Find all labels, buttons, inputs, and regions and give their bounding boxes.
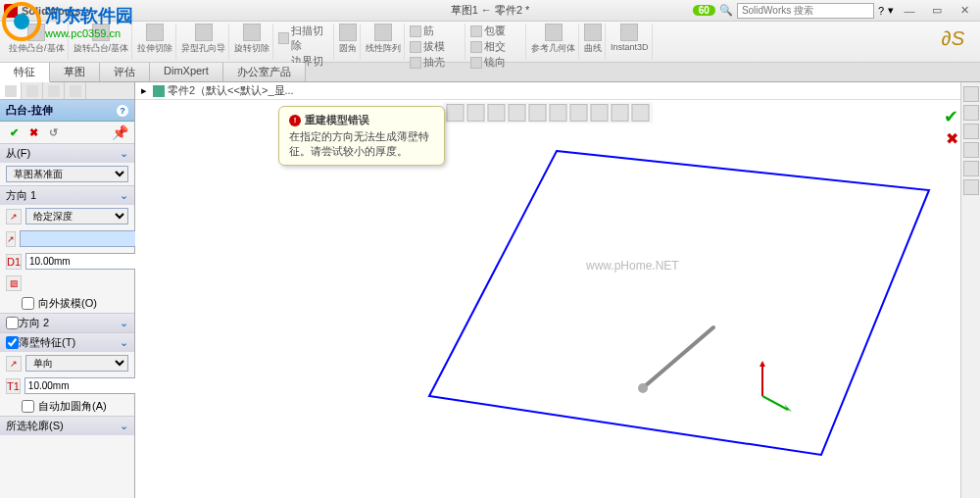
appearances-icon[interactable] bbox=[963, 161, 979, 176]
ribbon-intersect[interactable]: 相交 bbox=[470, 39, 506, 54]
section-dir1: 方向 1⌄ ↗给定深度 ↗ D1▲▼ ▨ 向外拔模(O) bbox=[0, 185, 134, 313]
part-icon bbox=[153, 85, 165, 97]
tab-evaluate[interactable]: 评估 bbox=[100, 63, 150, 81]
rev-cut-icon bbox=[243, 24, 261, 41]
mirror-icon bbox=[470, 57, 482, 69]
reverse-icon[interactable]: ↗ bbox=[6, 231, 16, 247]
search-input[interactable] bbox=[737, 3, 874, 19]
ribbon-draft[interactable]: 拔模 bbox=[410, 39, 445, 54]
restore-button[interactable]: ▭ bbox=[925, 4, 949, 18]
tab-features[interactable]: 特征 bbox=[0, 63, 50, 82]
ribbon-curves[interactable]: 曲线 bbox=[581, 24, 606, 60]
sketch-plane bbox=[410, 131, 939, 465]
ribbon-wrap[interactable]: 包覆 bbox=[470, 24, 506, 38]
panel-tab-2[interactable] bbox=[22, 82, 43, 99]
search-icon: 🔍 bbox=[719, 4, 733, 17]
close-button[interactable]: ✕ bbox=[953, 4, 976, 18]
ribbon-rib[interactable]: 筋 bbox=[410, 24, 434, 38]
ribbon-sweep-cut[interactable]: 扫描切除 bbox=[278, 24, 330, 53]
collapse-icon[interactable]: ⌄ bbox=[120, 317, 128, 329]
feature-title: 凸台-拉伸 bbox=[6, 103, 53, 118]
help-badge[interactable]: ? bbox=[117, 105, 128, 117]
ribbon-pattern[interactable]: 线性阵列 bbox=[363, 24, 405, 60]
property-panel: 凸台-拉伸 ? ✔ ✖ ↺ 📌 从(F)⌄ 草图基准面 方向 1⌄ ↗给定深度 … bbox=[0, 82, 135, 498]
panel-tab-3[interactable] bbox=[43, 82, 65, 99]
zoom-area-icon[interactable] bbox=[467, 104, 485, 122]
confirm-corner-ok[interactable]: ✔ bbox=[944, 106, 958, 127]
direction-icon[interactable]: ↗ bbox=[6, 209, 22, 224]
expand-tree-icon[interactable]: ▸ bbox=[141, 84, 147, 97]
breadcrumb-text[interactable]: 零件2（默认<<默认>_显... bbox=[168, 83, 294, 98]
ribbon-instant3d[interactable]: Instant3D bbox=[608, 24, 653, 60]
ribbon-sweep-group: 扫描切除 边界切除 bbox=[275, 24, 334, 60]
collapse-icon[interactable]: ⌄ bbox=[120, 189, 128, 202]
refgeom-icon bbox=[545, 24, 563, 41]
view-orient-icon[interactable] bbox=[529, 104, 547, 122]
fillet-icon bbox=[339, 24, 357, 41]
zoom-fit-icon[interactable] bbox=[447, 104, 465, 122]
ribbon-cut-extrude[interactable]: 拉伸切除 bbox=[134, 24, 176, 60]
thin-checkbox[interactable] bbox=[6, 336, 19, 349]
help-icon[interactable]: ? bbox=[878, 5, 884, 17]
collapse-icon[interactable]: ⌄ bbox=[120, 336, 128, 349]
panel-tab-feature[interactable] bbox=[0, 82, 22, 99]
section-view-icon[interactable] bbox=[509, 104, 526, 122]
task-pane bbox=[960, 82, 980, 498]
file-explorer-icon[interactable] bbox=[963, 124, 979, 139]
ribbon-revolve[interactable]: 旋转凸台/基体 bbox=[71, 24, 133, 60]
dir1-value-input[interactable] bbox=[20, 230, 152, 247]
cancel-button[interactable]: ✖ bbox=[25, 124, 41, 140]
ribbon-refgeom[interactable]: 参考几何体 bbox=[528, 24, 579, 60]
document-title: 草图1 ← 零件2 * bbox=[451, 3, 530, 18]
panel-tabs bbox=[0, 82, 134, 100]
section-contour: 所选轮廓(S)⌄ bbox=[0, 416, 134, 435]
confirm-corner-cancel[interactable]: ✖ bbox=[946, 129, 958, 148]
dir2-checkbox[interactable] bbox=[6, 317, 19, 329]
scene-icon[interactable] bbox=[612, 104, 629, 122]
panel-tab-4[interactable] bbox=[65, 82, 86, 99]
tab-dimxpert[interactable]: DimXpert bbox=[150, 63, 223, 81]
view-settings-icon[interactable] bbox=[632, 104, 650, 122]
collapse-icon[interactable]: ⌄ bbox=[120, 420, 128, 432]
ok-button[interactable]: ✔ bbox=[6, 124, 22, 140]
pin-button[interactable]: 📌 bbox=[112, 124, 128, 140]
ribbon-hole[interactable]: 异型孔向导 bbox=[178, 24, 229, 60]
minimize-button[interactable]: — bbox=[898, 4, 921, 18]
auto-fillet-label: 自动加圆角(A) bbox=[38, 399, 107, 414]
contour-label: 所选轮廓(S) bbox=[6, 419, 64, 433]
auto-fillet-checkbox[interactable] bbox=[22, 400, 34, 413]
dir1-label: 方向 1 bbox=[6, 188, 36, 203]
ds-logo-icon: ∂S bbox=[932, 24, 974, 60]
main-area: 凸台-拉伸 ? ✔ ✖ ↺ 📌 从(F)⌄ 草图基准面 方向 1⌄ ↗给定深度 … bbox=[0, 82, 980, 498]
detail-preview-button[interactable]: ↺ bbox=[45, 124, 61, 140]
appearance-icon[interactable] bbox=[591, 104, 609, 122]
prev-view-icon[interactable] bbox=[488, 104, 506, 122]
design-library-icon[interactable] bbox=[963, 105, 979, 121]
thin-type-select[interactable]: 单向 bbox=[25, 355, 128, 372]
dir2-label: 方向 2 bbox=[19, 316, 49, 330]
viewport[interactable]: ▸ 零件2（默认<<默认>_显... !重建模型错误 在指定的方向无法生成薄壁特… bbox=[135, 82, 960, 498]
draft-icon[interactable]: ▨ bbox=[6, 275, 22, 291]
ribbon-extrude[interactable]: 拉伸凸台/基体 bbox=[6, 24, 69, 60]
collapse-icon[interactable]: ⌄ bbox=[120, 147, 128, 160]
depth-icon: D1 bbox=[6, 254, 22, 270]
ribbon-mirror[interactable]: 镜向 bbox=[470, 55, 506, 70]
thin-dir-icon[interactable]: ↗ bbox=[6, 356, 22, 372]
view-palette-icon[interactable] bbox=[963, 142, 979, 158]
ribbon-wrap-group: 包覆 相交 镜向 bbox=[467, 24, 526, 60]
ribbon-shell[interactable]: 抽壳 bbox=[410, 55, 445, 70]
svg-line-2 bbox=[645, 327, 713, 386]
tab-office[interactable]: 办公室产品 bbox=[223, 63, 306, 81]
hide-show-icon[interactable] bbox=[570, 104, 588, 122]
draft-outward-checkbox[interactable] bbox=[22, 297, 34, 310]
custom-props-icon[interactable] bbox=[963, 179, 979, 195]
from-select[interactable]: 草图基准面 bbox=[6, 166, 128, 182]
ribbon-rev-cut[interactable]: 旋转切除 bbox=[231, 24, 273, 60]
resources-icon[interactable] bbox=[963, 86, 979, 102]
pattern-icon bbox=[374, 24, 392, 41]
display-style-icon[interactable] bbox=[550, 104, 567, 122]
ribbon-fillet[interactable]: 圆角 bbox=[336, 24, 361, 60]
tab-sketch[interactable]: 草图 bbox=[50, 63, 100, 81]
titlebar: SolidWorks ▸ 草图1 ← 零件2 * 60 🔍 ? ▾ — ▭ ✕ bbox=[0, 0, 980, 22]
dir1-type-select[interactable]: 给定深度 bbox=[25, 208, 128, 224]
